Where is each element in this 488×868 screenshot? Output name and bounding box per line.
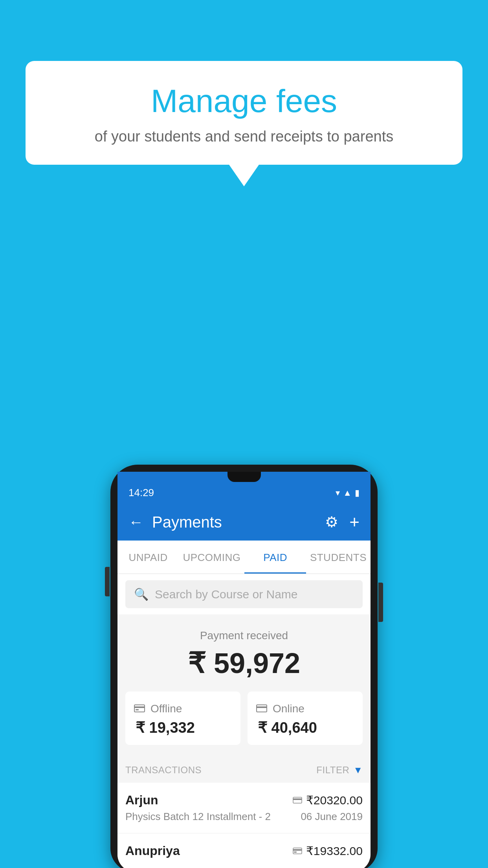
header-left: ← Payments — [128, 513, 222, 531]
offline-label: Offline — [150, 702, 182, 715]
offline-amount: ₹ 19,332 — [134, 719, 232, 736]
transaction-name: Anupriya — [125, 844, 180, 858]
transaction-amount-container: ₹20320.00 — [293, 793, 363, 807]
transaction-amount: ₹19332.00 — [306, 844, 363, 858]
notch — [227, 472, 261, 482]
speech-bubble-title: Manage fees — [49, 83, 439, 120]
speech-bubble: Manage fees of your students and send re… — [26, 61, 462, 165]
offline-card: Offline ₹ 19,332 — [125, 691, 240, 745]
search-bar[interactable]: 🔍 Search by Course or Name — [125, 580, 363, 608]
transactions-header: TRANSACTIONS FILTER ▼ — [117, 756, 371, 783]
svg-rect-8 — [293, 849, 302, 851]
settings-icon[interactable]: ⚙ — [325, 513, 338, 531]
svg-rect-6 — [293, 798, 302, 800]
add-icon[interactable]: + — [349, 512, 360, 532]
speech-bubble-section: Manage fees of your students and send re… — [26, 61, 462, 186]
tab-unpaid[interactable]: UNPAID — [117, 541, 179, 574]
online-icon — [256, 702, 267, 715]
tab-paid[interactable]: PAID — [244, 541, 306, 574]
speech-bubble-arrow — [229, 165, 259, 186]
svg-rect-1 — [134, 706, 145, 708]
tab-upcoming[interactable]: UPCOMING — [179, 541, 244, 574]
filter-container[interactable]: FILTER ▼ — [316, 765, 363, 776]
offline-icon — [134, 702, 145, 715]
table-row[interactable]: Arjun ₹20320.00 Physics Batch 12 Install… — [117, 783, 371, 833]
payment-received-label: Payment received — [125, 629, 363, 642]
header-title: Payments — [152, 513, 222, 531]
speech-bubble-subtitle: of your students and send receipts to pa… — [49, 128, 439, 145]
tabs-container: UNPAID UPCOMING PAID STUDENTS — [117, 541, 371, 574]
tab-students[interactable]: STUDENTS — [306, 541, 371, 574]
svg-rect-5 — [293, 797, 302, 803]
payment-cards: Offline ₹ 19,332 Online ₹ 40,640 — [117, 691, 371, 756]
battery-icon: ▮ — [355, 488, 360, 498]
online-card: Online ₹ 40,640 — [248, 691, 363, 745]
svg-rect-7 — [293, 848, 302, 854]
payment-summary: Payment received ₹ 59,972 — [117, 614, 371, 691]
transaction-offline-icon — [293, 846, 302, 857]
svg-rect-2 — [136, 709, 139, 710]
transaction-name: Arjun — [125, 793, 158, 807]
app-header: ← Payments ⚙ + — [117, 504, 371, 541]
transaction-row-top: Anupriya ₹19332.00 — [125, 844, 363, 858]
transaction-row-bottom: Physics Batch 12 Installment - 2 06 June… — [125, 811, 363, 823]
header-right: ⚙ + — [325, 512, 360, 532]
svg-rect-0 — [134, 705, 145, 712]
svg-rect-3 — [257, 705, 267, 712]
svg-rect-9 — [294, 851, 297, 853]
notch-row — [117, 472, 371, 482]
online-card-header: Online — [256, 702, 354, 715]
transaction-row-top: Arjun ₹20320.00 — [125, 793, 363, 807]
wifi-icon: ▾ — [336, 488, 340, 498]
svg-rect-4 — [257, 706, 267, 708]
search-input[interactable]: Search by Course or Name — [155, 588, 298, 601]
status-bar: 14:29 ▾ ▲ ▮ — [117, 482, 371, 504]
phone-screen: ← Payments ⚙ + UNPAID UPCOMING PAID STUD… — [117, 504, 371, 868]
transaction-online-icon — [293, 795, 302, 806]
transaction-amount-container: ₹19332.00 — [293, 844, 363, 858]
table-row[interactable]: Anupriya ₹19332.00 — [117, 833, 371, 868]
phone-frame: 14:29 ▾ ▲ ▮ ← Payments ⚙ + UNPAID UPCOMI… — [110, 465, 378, 868]
back-button[interactable]: ← — [128, 514, 143, 531]
status-icons: ▾ ▲ ▮ — [336, 488, 360, 498]
search-icon: 🔍 — [134, 587, 149, 601]
transaction-course: Physics Batch 12 Installment - 2 — [125, 811, 271, 823]
power-button — [378, 583, 383, 622]
search-container: 🔍 Search by Course or Name — [117, 574, 371, 614]
online-label: Online — [273, 702, 305, 715]
status-time: 14:29 — [128, 487, 154, 499]
payment-total-amount: ₹ 59,972 — [125, 647, 363, 680]
filter-icon: ▼ — [353, 765, 363, 776]
volume-button — [105, 567, 110, 596]
offline-card-header: Offline — [134, 702, 232, 715]
signal-icon: ▲ — [343, 488, 352, 498]
filter-label: FILTER — [316, 765, 349, 776]
transaction-amount: ₹20320.00 — [306, 793, 363, 807]
transaction-date: 06 June 2019 — [301, 811, 363, 823]
transactions-label: TRANSACTIONS — [125, 765, 202, 776]
online-amount: ₹ 40,640 — [256, 719, 354, 736]
